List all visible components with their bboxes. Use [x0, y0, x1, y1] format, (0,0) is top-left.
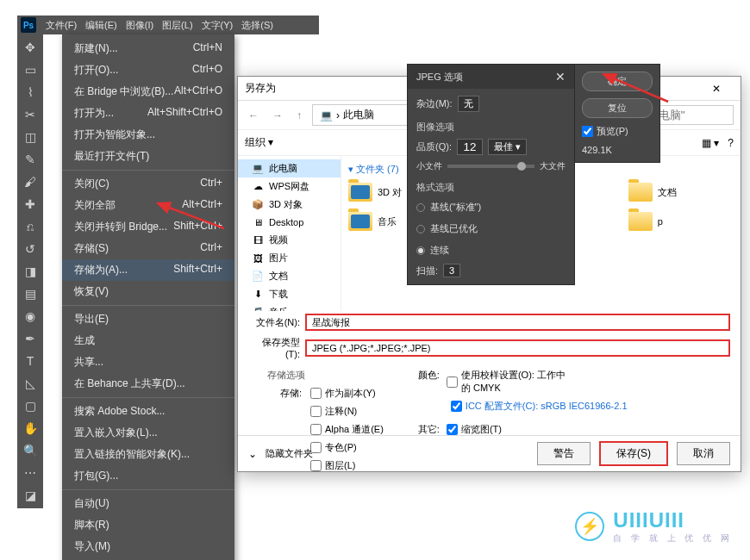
- shape-tool-icon[interactable]: ▢: [22, 398, 38, 414]
- scan-select[interactable]: 3: [443, 264, 460, 277]
- folder-item[interactable]: 文档: [628, 183, 734, 202]
- tree-item[interactable]: 📦3D 对象: [238, 196, 341, 214]
- pen-tool-icon[interactable]: ✒: [22, 331, 38, 346]
- image-options-label: 图像选项: [416, 121, 566, 134]
- menu-item[interactable]: 脚本(R): [62, 514, 234, 536]
- menu-item[interactable]: 打包(G)...: [62, 465, 234, 487]
- lasso-tool-icon[interactable]: ⌇: [22, 84, 38, 100]
- tree-item[interactable]: 🖼图片: [238, 249, 341, 267]
- folder-item[interactable]: p: [628, 212, 734, 231]
- menu-item[interactable]: 自动(U): [62, 493, 234, 514]
- eraser-tool-icon[interactable]: ◨: [22, 264, 38, 279]
- menu-item[interactable]: 置入链接的智能对象(K)...: [62, 444, 234, 465]
- zoom-tool-icon[interactable]: 🔍: [22, 443, 38, 458]
- menu-item[interactable]: 置入嵌入对象(L)...: [62, 422, 234, 444]
- menu-item[interactable]: 导出(E): [62, 308, 234, 330]
- quality-preset-select[interactable]: 最佳 ▾: [488, 139, 527, 155]
- menu-select[interactable]: 选择(S): [241, 19, 273, 32]
- frame-tool-icon[interactable]: ◫: [22, 129, 38, 145]
- warning-button[interactable]: 警告: [537, 442, 591, 465]
- tree-item[interactable]: ☁WPS网盘: [238, 177, 341, 196]
- menu-item[interactable]: 打开为...Alt+Shift+Ctrl+O: [62, 103, 234, 124]
- copy-checkbox[interactable]: [310, 388, 322, 399]
- menu-item[interactable]: 存储(S)Ctrl+: [62, 238, 234, 259]
- ok-button[interactable]: 确定: [582, 72, 653, 91]
- tree-item[interactable]: 📄文档: [238, 267, 341, 285]
- tree-item[interactable]: ⬇下载: [238, 285, 341, 303]
- close-icon[interactable]: ✕: [699, 83, 734, 95]
- notes-checkbox[interactable]: [310, 406, 322, 417]
- menu-item[interactable]: 最近打开文件(T): [62, 146, 234, 167]
- type-tool-icon[interactable]: T: [22, 353, 38, 369]
- preview-checkbox[interactable]: [582, 126, 593, 137]
- thumbnail-checkbox[interactable]: [447, 424, 458, 435]
- baseline-opt-radio[interactable]: 基线已优化: [416, 221, 566, 237]
- tree-item[interactable]: 🎞视频: [238, 231, 341, 249]
- menu-item[interactable]: 在 Behance 上共享(D)...: [62, 373, 234, 395]
- menu-edit[interactable]: 编辑(E): [85, 19, 117, 32]
- logo-bulb-icon: ⚡: [575, 512, 604, 541]
- history-brush-icon[interactable]: ↺: [22, 241, 38, 257]
- swatch-icon[interactable]: ◪: [22, 488, 38, 503]
- jpeg-close-icon[interactable]: ✕: [555, 70, 566, 84]
- menu-item[interactable]: 在 Bridge 中浏览(B)...Alt+Ctrl+O: [62, 81, 234, 103]
- nav-back-icon[interactable]: ←: [245, 109, 262, 121]
- progressive-radio[interactable]: 连续: [416, 242, 566, 258]
- file-dropdown-menu: 新建(N)...Ctrl+N打开(O)...Ctrl+O在 Bridge 中浏览…: [62, 34, 234, 560]
- gradient-tool-icon[interactable]: ▤: [22, 286, 38, 302]
- hand-tool-icon[interactable]: ✋: [22, 420, 38, 436]
- menu-item[interactable]: 关闭并转到 Bridge...Shift+Ctrl+: [62, 216, 234, 238]
- blur-tool-icon[interactable]: ◉: [22, 308, 38, 324]
- menu-item[interactable]: 导入(M): [62, 536, 234, 557]
- menu-file[interactable]: 文件(F): [46, 19, 77, 32]
- quality-slider[interactable]: [447, 165, 534, 168]
- menu-layer[interactable]: 图层(L): [162, 19, 192, 32]
- clone-tool-icon[interactable]: ⎌: [22, 219, 38, 234]
- jpeg-side-panel: 确定 复位 预览(P) 429.1K: [574, 64, 660, 163]
- menu-item[interactable]: 生成: [62, 330, 234, 352]
- pc-icon: 💻: [320, 109, 333, 121]
- menu-item[interactable]: 打开(O)...Ctrl+O: [62, 59, 234, 81]
- quality-input[interactable]: [457, 139, 483, 155]
- matte-select[interactable]: 无: [458, 96, 479, 112]
- ps-logo-icon: Ps: [21, 17, 36, 33]
- filetype-select[interactable]: JPEG (*.JPG;*.JPEG;*.JPE): [305, 339, 730, 357]
- menu-text[interactable]: 文字(Y): [202, 19, 234, 32]
- brush-tool-icon[interactable]: 🖌: [22, 174, 38, 190]
- alpha-checkbox[interactable]: [310, 424, 322, 435]
- organize-button[interactable]: 组织 ▾: [245, 135, 273, 150]
- save-button[interactable]: 保存(S): [599, 441, 668, 466]
- tree-item[interactable]: 💻此电脑: [238, 159, 341, 177]
- tree-item[interactable]: 🖥Desktop: [238, 214, 341, 231]
- help-icon[interactable]: ?: [728, 137, 734, 149]
- crop-tool-icon[interactable]: ✂: [22, 107, 38, 122]
- menu-item[interactable]: 新建(N)...Ctrl+N: [62, 38, 234, 59]
- nav-up-icon[interactable]: ↑: [293, 109, 305, 121]
- proof-checkbox[interactable]: [447, 376, 458, 388]
- hide-folders-link[interactable]: 隐藏文件夹: [266, 447, 313, 460]
- view-options-icon[interactable]: ▦ ▾: [702, 137, 719, 149]
- reset-button[interactable]: 复位: [582, 98, 653, 118]
- nav-fwd-icon[interactable]: →: [269, 109, 286, 121]
- path-tool-icon[interactable]: ◺: [22, 376, 38, 391]
- menu-item[interactable]: 存储为(A)...Shift+Ctrl+: [62, 259, 234, 281]
- filename-input[interactable]: [305, 314, 730, 331]
- cancel-button[interactable]: 取消: [677, 442, 730, 465]
- move-tool-icon[interactable]: ✥: [22, 40, 38, 55]
- healing-tool-icon[interactable]: ✚: [22, 196, 38, 212]
- eyedropper-tool-icon[interactable]: ✎: [22, 152, 38, 167]
- chevron-down-icon[interactable]: ⌄: [248, 448, 257, 460]
- menu-image[interactable]: 图像(I): [126, 19, 153, 32]
- menu-item[interactable]: 搜索 Adobe Stock...: [62, 401, 234, 422]
- menu-item[interactable]: 关闭(C)Ctrl+: [62, 173, 234, 195]
- more-tool-icon[interactable]: ⋯: [22, 465, 38, 481]
- marquee-tool-icon[interactable]: ▭: [22, 62, 38, 78]
- icc-checkbox[interactable]: [451, 401, 462, 412]
- tree-item[interactable]: 🎵音乐: [238, 303, 341, 311]
- filename-label: 文件名(N):: [248, 316, 300, 329]
- menu-item[interactable]: 关闭全部Alt+Ctrl+: [62, 195, 234, 216]
- baseline-std-radio[interactable]: 基线("标准"): [416, 199, 566, 215]
- menu-item[interactable]: 打开为智能对象...: [62, 124, 234, 146]
- menu-item[interactable]: 恢复(V): [62, 281, 234, 302]
- menu-item[interactable]: 共享...: [62, 352, 234, 373]
